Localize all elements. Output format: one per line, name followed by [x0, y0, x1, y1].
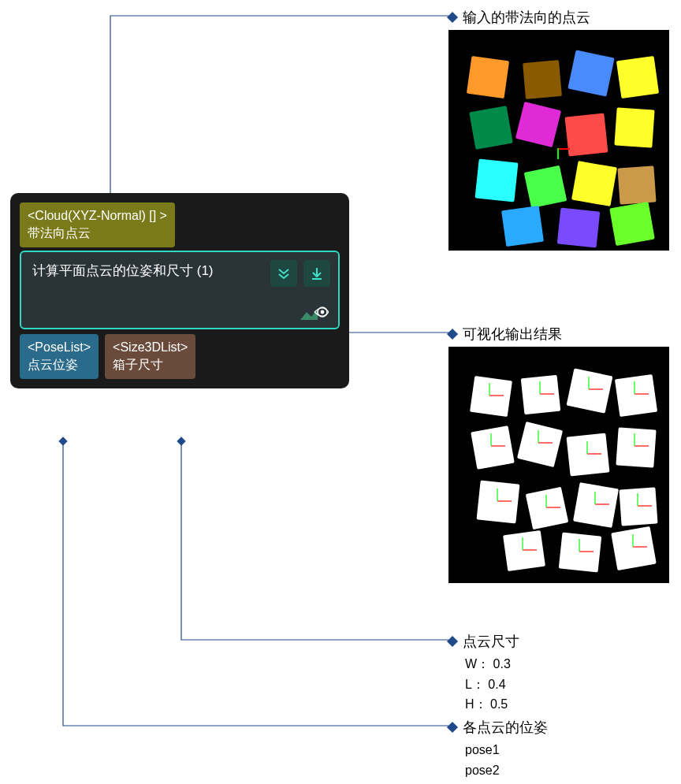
pose-2: pose2 — [465, 760, 500, 781]
diamond-icon — [447, 636, 458, 647]
pose-ellipsis: …… — [465, 780, 500, 784]
annotation-viz: 可视化输出结果 — [448, 325, 562, 344]
svg-rect-1 — [177, 437, 185, 445]
output-port-pose[interactable]: <PoseList> 点云位姿 — [20, 334, 99, 379]
size-h: H： 0.5 — [465, 694, 511, 715]
output-viz-preview — [448, 347, 669, 583]
annotation-pose: 各点云的位姿 — [448, 718, 548, 737]
output-pose-type: <PoseList> — [28, 339, 91, 356]
size-values-list: W： 0.3 L： 0.4 H： 0.5 — [465, 654, 511, 715]
output-pose-label: 点云位姿 — [28, 356, 91, 373]
expand-all-icon[interactable] — [270, 260, 297, 287]
output-port-size[interactable]: <Size3DList> 箱子尺寸 — [105, 334, 195, 379]
pose-1: pose1 — [465, 740, 500, 760]
diamond-icon — [447, 722, 458, 733]
input-port-cloud[interactable]: <Cloud(XYZ-Normal) [] > 带法向点云 — [20, 203, 175, 247]
annotation-input-text: 输入的带法向的点云 — [463, 8, 590, 27]
annotation-input: 输入的带法向的点云 — [448, 8, 590, 27]
size-l: L： 0.4 — [465, 674, 511, 695]
download-icon[interactable] — [303, 260, 330, 287]
node-body[interactable]: 计算平面点云的位姿和尺寸 (1) — [20, 251, 340, 329]
visualize-icon[interactable] — [299, 304, 329, 323]
svg-point-34 — [321, 310, 325, 314]
input-port-type: <Cloud(XYZ-Normal) [] > — [28, 207, 167, 225]
node-panel: <Cloud(XYZ-Normal) [] > 带法向点云 计算平面点云的位姿和… — [10, 193, 349, 388]
annotation-pose-text: 各点云的位姿 — [463, 718, 548, 737]
output-size-type: <Size3DList> — [113, 339, 188, 356]
annotation-size: 点云尺寸 — [448, 632, 519, 651]
diamond-icon — [447, 329, 458, 340]
input-port-label: 带法向点云 — [28, 225, 167, 242]
svg-rect-2 — [58, 437, 67, 445]
annotation-viz-text: 可视化输出结果 — [463, 325, 562, 344]
diamond-icon — [447, 12, 458, 23]
input-pointcloud-preview — [448, 30, 669, 251]
annotation-size-text: 点云尺寸 — [463, 632, 519, 651]
size-w: W： 0.3 — [465, 654, 511, 674]
output-size-label: 箱子尺寸 — [113, 356, 188, 373]
pose-values-list: pose1 pose2 …… — [465, 740, 500, 784]
